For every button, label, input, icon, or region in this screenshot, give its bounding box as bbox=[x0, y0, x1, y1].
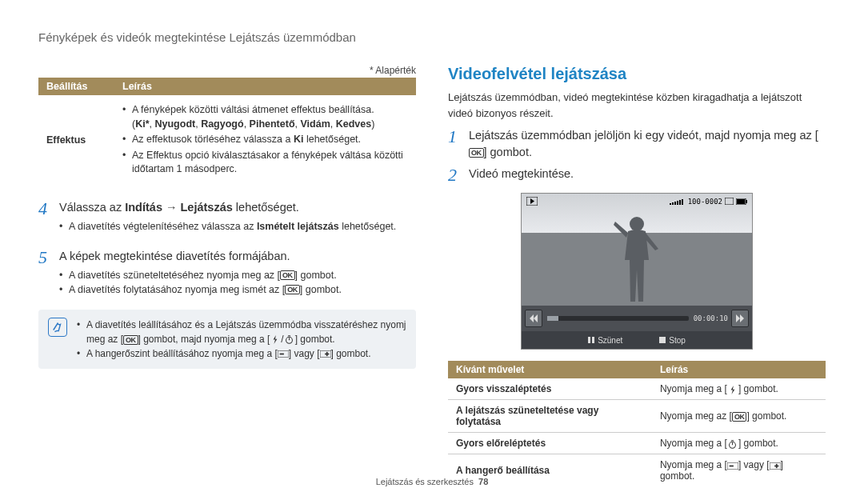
svg-rect-5 bbox=[326, 352, 327, 356]
ctrls-th-action: Kívánt művelet bbox=[448, 361, 652, 378]
signal-icon bbox=[670, 198, 686, 205]
ctrls-th-desc: Leírás bbox=[652, 361, 826, 378]
playback-time: 00:00:10 bbox=[694, 314, 728, 322]
timer-icon bbox=[284, 335, 295, 345]
ok-icon: OK bbox=[469, 148, 484, 158]
svg-rect-16 bbox=[737, 199, 745, 204]
progress-bar[interactable] bbox=[547, 316, 689, 321]
step-2-number: 2 bbox=[448, 166, 469, 185]
ok-icon: OK bbox=[280, 270, 295, 280]
svg-rect-15 bbox=[746, 200, 747, 203]
svg-rect-8 bbox=[672, 202, 674, 205]
svg-rect-9 bbox=[674, 202, 676, 205]
svg-point-17 bbox=[630, 217, 644, 231]
step-4-number: 4 bbox=[38, 199, 59, 234]
ok-icon: OK bbox=[732, 412, 747, 422]
table-row: Gyors előreléptetés Nyomja meg a [] gomb… bbox=[448, 433, 826, 454]
svg-rect-2 bbox=[279, 354, 283, 355]
note-box: A diavetítés leállításához és a Lejátszá… bbox=[38, 310, 416, 369]
left-column: * Alapérték Beállítás Leírás Effektus A … bbox=[38, 65, 416, 486]
zoom-in-icon bbox=[320, 350, 331, 359]
svg-rect-10 bbox=[677, 201, 678, 205]
person-silhouette bbox=[609, 214, 665, 306]
card-icon bbox=[725, 198, 734, 205]
table-row: Gyors visszaléptetés Nyomja meg a [] gom… bbox=[448, 378, 826, 400]
flash-icon bbox=[727, 385, 738, 394]
rewind-button[interactable] bbox=[525, 310, 542, 327]
flash-icon bbox=[270, 335, 281, 345]
zoom-out-icon bbox=[278, 350, 289, 359]
step-5: 5 A képek megtekintése diavetítés formáj… bbox=[38, 248, 416, 297]
step-5-number: 5 bbox=[38, 248, 59, 297]
svg-rect-7 bbox=[670, 203, 671, 205]
options-th-description: Leírás bbox=[114, 78, 416, 95]
ok-icon: OK bbox=[123, 335, 138, 345]
section-intro: Lejátszás üzemmódban, videó megtekintése… bbox=[448, 90, 826, 121]
options-table: Beállítás Leírás Effektus A fényképek kö… bbox=[38, 78, 416, 185]
camera-screen-mock: 100-0002 bbox=[521, 193, 753, 350]
note-icon bbox=[48, 318, 67, 337]
step-2: 2 Videó megtekintése. bbox=[448, 166, 826, 185]
file-counter: 100-0002 bbox=[688, 198, 722, 206]
stop-button[interactable]: Stop bbox=[653, 331, 692, 349]
svg-rect-19 bbox=[592, 337, 594, 343]
svg-rect-18 bbox=[588, 337, 590, 343]
svg-rect-13 bbox=[725, 198, 734, 205]
step-4: 4 Válassza az Indítás → Lejátszás lehető… bbox=[38, 199, 416, 234]
right-column: Videofelvétel lejátszása Lejátszás üzemm… bbox=[448, 65, 826, 486]
svg-rect-23 bbox=[730, 465, 734, 466]
forward-button[interactable] bbox=[731, 310, 749, 327]
option-desc-effect: A fényképek közötti váltási átmenet effe… bbox=[114, 95, 416, 185]
svg-rect-12 bbox=[682, 199, 683, 205]
option-label-effect: Effektus bbox=[38, 95, 114, 185]
svg-rect-11 bbox=[679, 200, 681, 205]
section-title: Videofelvétel lejátszása bbox=[448, 65, 826, 83]
options-th-setting: Beállítás bbox=[38, 78, 114, 95]
svg-rect-26 bbox=[775, 463, 777, 467]
svg-rect-20 bbox=[659, 337, 666, 343]
zoom-in-icon bbox=[770, 461, 781, 470]
default-note: * Alapérték bbox=[38, 65, 416, 76]
ok-icon: OK bbox=[285, 285, 300, 294]
playback-controls: 00:00:10 bbox=[522, 306, 752, 331]
zoom-out-icon bbox=[727, 461, 738, 470]
play-mode-icon bbox=[526, 197, 538, 206]
battery-icon bbox=[736, 198, 747, 205]
step-1: 1 Lejátszás üzemmódban jelöljön ki egy v… bbox=[448, 127, 826, 161]
table-row: A lejátszás szüneteltetése vagy folytatá… bbox=[448, 400, 826, 433]
page-header: Fényképek és videók megtekintése Lejátsz… bbox=[38, 30, 826, 44]
timer-icon bbox=[727, 439, 738, 449]
page-footer: Lejátszás és szerkesztés 78 bbox=[0, 477, 864, 486]
pause-button[interactable]: Szünet bbox=[582, 331, 629, 349]
controls-table: Kívánt művelet Leírás Gyors visszaléptet… bbox=[448, 361, 826, 486]
step-1-number: 1 bbox=[448, 127, 469, 161]
